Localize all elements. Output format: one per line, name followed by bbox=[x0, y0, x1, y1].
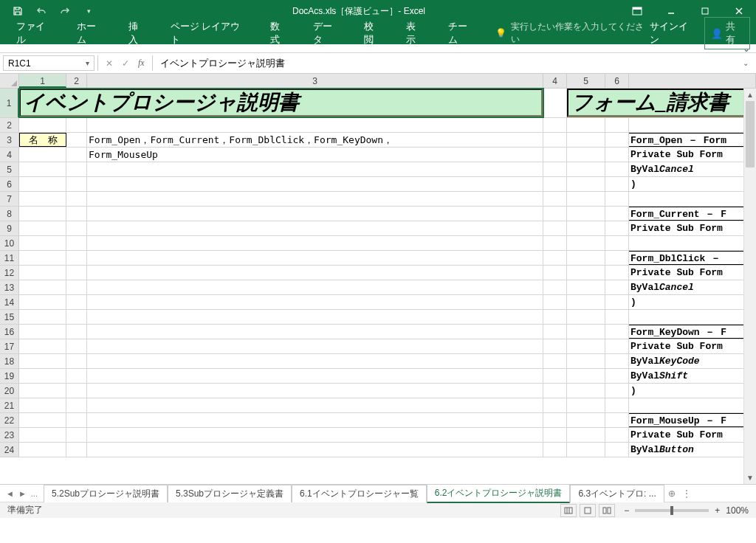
cell[interactable] bbox=[605, 310, 629, 324]
cell[interactable] bbox=[87, 177, 543, 191]
cell[interactable] bbox=[567, 354, 605, 368]
cell[interactable] bbox=[66, 310, 87, 324]
spreadsheet-grid[interactable]: 1 2 3 4 5 6 1イベントプロシージャ説明書フォーム_請求書23名 称F… bbox=[0, 74, 756, 484]
cell[interactable] bbox=[543, 89, 567, 117]
cell[interactable]: ByVal KeyCode bbox=[629, 354, 756, 368]
page-layout-view-icon[interactable] bbox=[580, 504, 596, 517]
row-header[interactable]: 23 bbox=[0, 428, 19, 442]
cell[interactable] bbox=[567, 177, 605, 191]
cell[interactable] bbox=[66, 148, 87, 162]
cell[interactable] bbox=[87, 413, 543, 427]
cell[interactable] bbox=[605, 133, 629, 147]
cell[interactable] bbox=[66, 295, 87, 309]
cell[interactable] bbox=[19, 251, 66, 265]
cell[interactable] bbox=[629, 118, 756, 132]
cell[interactable] bbox=[19, 177, 66, 191]
tab-file[interactable]: ファイル bbox=[6, 15, 63, 51]
row-header[interactable]: 17 bbox=[0, 339, 19, 353]
cell[interactable] bbox=[567, 295, 605, 309]
cell[interactable] bbox=[87, 207, 543, 221]
cell[interactable] bbox=[66, 266, 87, 280]
cell[interactable]: Form_Open，Form_Current，Form_DblClick，For… bbox=[87, 133, 543, 147]
cell[interactable]: 名 称 bbox=[19, 133, 66, 147]
formula-expand-icon[interactable]: ⌄ bbox=[735, 59, 756, 67]
enter-formula-icon[interactable]: ✓ bbox=[122, 58, 129, 69]
zoom-out-icon[interactable]: − bbox=[624, 505, 629, 516]
cell[interactable] bbox=[19, 413, 66, 427]
cell[interactable] bbox=[567, 443, 605, 457]
cell[interactable] bbox=[567, 280, 605, 294]
cell[interactable] bbox=[543, 443, 567, 457]
row-header[interactable]: 20 bbox=[0, 384, 19, 398]
cell[interactable] bbox=[87, 280, 543, 294]
sheet-tab-active[interactable]: 6.2イベントプロシージャ説明書 bbox=[427, 484, 571, 503]
cell[interactable] bbox=[567, 413, 605, 427]
cell[interactable] bbox=[605, 443, 629, 457]
cell[interactable] bbox=[605, 280, 629, 294]
cell[interactable] bbox=[19, 148, 66, 162]
cell[interactable] bbox=[629, 192, 756, 206]
cell[interactable] bbox=[87, 339, 543, 353]
cell[interactable]: Form_Current － F bbox=[629, 207, 756, 221]
scroll-down-icon[interactable]: ▼ bbox=[744, 471, 756, 484]
cell[interactable] bbox=[19, 339, 66, 353]
cell[interactable] bbox=[605, 325, 629, 339]
cell[interactable] bbox=[66, 162, 87, 176]
cell[interactable] bbox=[66, 118, 87, 132]
cell[interactable]: ByVal Button bbox=[629, 443, 756, 457]
row-header[interactable]: 14 bbox=[0, 295, 19, 309]
cell[interactable] bbox=[605, 354, 629, 368]
column-header[interactable]: 4 bbox=[543, 74, 567, 88]
cell[interactable] bbox=[66, 384, 87, 398]
scroll-up-icon[interactable]: ▲ bbox=[744, 89, 756, 101]
cell[interactable] bbox=[543, 384, 567, 398]
column-header[interactable]: 6 bbox=[605, 74, 629, 88]
cell[interactable] bbox=[87, 118, 543, 132]
row-header[interactable]: 1 bbox=[0, 89, 19, 117]
cell[interactable] bbox=[567, 398, 605, 412]
cell[interactable] bbox=[605, 207, 629, 221]
tab-view[interactable]: 表示 bbox=[396, 15, 435, 51]
cell[interactable] bbox=[629, 398, 756, 412]
column-header[interactable]: 3 bbox=[87, 74, 543, 88]
cell[interactable] bbox=[19, 384, 66, 398]
cell[interactable] bbox=[87, 369, 543, 383]
row-header[interactable]: 9 bbox=[0, 221, 19, 235]
column-header[interactable]: 1 bbox=[19, 74, 66, 88]
page-break-view-icon[interactable] bbox=[599, 504, 615, 517]
formula-input[interactable]: イベントプロシージャ説明書 bbox=[153, 55, 735, 71]
cell[interactable] bbox=[66, 221, 87, 235]
cell[interactable] bbox=[66, 369, 87, 383]
sheet-tab[interactable]: 6.1イベントプロシージャー覧 bbox=[292, 485, 427, 502]
cell[interactable] bbox=[567, 384, 605, 398]
cell[interactable]: Private Sub Form bbox=[629, 148, 756, 162]
tab-data[interactable]: データ bbox=[303, 15, 351, 51]
cell[interactable] bbox=[87, 266, 543, 280]
cell[interactable] bbox=[543, 369, 567, 383]
cell[interactable] bbox=[66, 413, 87, 427]
row-header[interactable]: 10 bbox=[0, 236, 19, 250]
cell[interactable] bbox=[567, 325, 605, 339]
cell[interactable] bbox=[543, 177, 567, 191]
title-cell-right[interactable]: フォーム_請求書 bbox=[567, 89, 756, 117]
row-header[interactable]: 18 bbox=[0, 354, 19, 368]
cell[interactable] bbox=[87, 236, 543, 250]
vertical-scrollbar[interactable]: ▲ ▼ bbox=[743, 89, 756, 484]
row-header[interactable]: 7 bbox=[0, 192, 19, 206]
cell[interactable]: Private Sub Form bbox=[629, 428, 756, 442]
row-header[interactable]: 8 bbox=[0, 207, 19, 221]
cell[interactable] bbox=[87, 398, 543, 412]
cell[interactable] bbox=[87, 354, 543, 368]
cell[interactable] bbox=[66, 280, 87, 294]
row-header[interactable]: 6 bbox=[0, 177, 19, 191]
cell[interactable] bbox=[543, 251, 567, 265]
cell[interactable] bbox=[19, 354, 66, 368]
tab-nav-prev-icon[interactable]: ► bbox=[18, 489, 27, 498]
row-header[interactable]: 12 bbox=[0, 266, 19, 280]
cell[interactable] bbox=[567, 192, 605, 206]
tab-formulas[interactable]: 数式 bbox=[260, 15, 299, 51]
cell[interactable] bbox=[543, 162, 567, 176]
tab-home[interactable]: ホーム bbox=[66, 15, 115, 51]
sheet-tab[interactable]: 5.3Subプロシージャ定義書 bbox=[168, 485, 292, 502]
cell[interactable] bbox=[66, 236, 87, 250]
